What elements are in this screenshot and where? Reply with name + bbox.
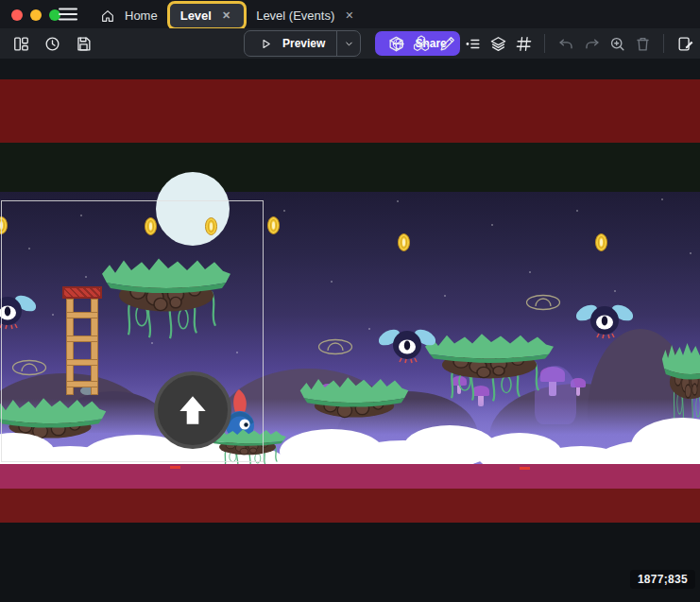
platform-sprite[interactable] [661,335,700,429]
platform-sprite[interactable] [423,327,555,403]
tab-level-events-label: Level (Events) [256,9,334,23]
scene-red-band-bottom[interactable] [0,489,700,523]
star [397,200,399,202]
events-edit-icon[interactable] [675,34,694,53]
redo-icon[interactable] [582,34,601,53]
toolbar-divider [544,34,545,53]
editor-toolbar: Preview Share [0,28,700,59]
up-arrow-icon [173,390,213,430]
ellipse-decor-sprite[interactable] [525,294,561,313]
home-icon [98,7,117,26]
star [491,224,493,226]
close-tab-icon[interactable]: ✕ [342,9,356,23]
objects-cube-icon[interactable] [386,34,405,53]
layers-icon[interactable] [488,34,507,53]
star [661,198,663,200]
star [690,252,691,254]
panels-icon[interactable] [11,34,30,53]
toolbar-left-group [11,28,93,59]
star [283,210,285,212]
minimize-window-button[interactable] [30,9,42,21]
star [368,328,370,330]
preview-dropdown-button[interactable] [336,31,360,56]
star [444,295,446,297]
origin-tick [170,466,180,469]
tab-bar: Home Level ✕ Level (Events) ✕ [0,0,700,28]
window-controls [11,9,60,21]
ellipse-decor-sprite[interactable] [317,338,353,357]
star [529,271,531,273]
touch-up-button-sprite[interactable] [154,371,231,449]
toolbar-divider [663,34,664,53]
grid-icon[interactable] [514,34,533,53]
tab-level[interactable]: Level ✕ [169,3,245,28]
tab-level-label: Level [180,9,212,23]
tab-home[interactable]: Home [87,3,169,28]
toolbar-right-group [386,28,694,59]
instances-list-icon[interactable] [463,34,482,53]
chevron-down-icon [339,34,358,53]
play-icon [256,34,275,53]
coin-sprite[interactable] [267,216,280,234]
close-window-button[interactable] [11,9,23,21]
menu-icon[interactable] [59,7,77,22]
edit-pencil-icon[interactable] [437,34,456,53]
cursor-coordinates-badge: 1877;835 [630,570,695,589]
preview-button[interactable]: Preview [244,30,361,57]
coin-sprite[interactable] [595,233,607,251]
scene-editor-canvas[interactable]: 1877;835 [0,59,700,602]
zoom-in-icon[interactable] [607,34,626,53]
star [614,290,616,292]
tab-level-events[interactable]: Level (Events) ✕ [245,3,367,28]
star [331,281,333,283]
star [576,210,578,212]
scene-pink-ground-band[interactable] [0,464,700,489]
tab-strip: Home Level ✕ Level (Events) ✕ [87,0,367,28]
origin-tick [520,467,530,470]
trash-icon[interactable] [633,34,652,53]
close-tab-icon[interactable]: ✕ [219,9,233,23]
coin-sprite[interactable] [398,233,410,251]
enemy-fly-sprite[interactable] [379,323,435,367]
enemy-fly-sprite[interactable] [576,299,633,342]
history-icon[interactable] [43,34,61,53]
gdevelop-window: Home Level ✕ Level (Events) ✕ [0,0,700,602]
undo-icon[interactable] [556,34,575,53]
tab-home-label: Home [125,9,158,23]
object-groups-icon[interactable] [412,34,431,53]
platform-sprite[interactable] [299,370,410,420]
preview-label: Preview [282,37,325,50]
save-icon[interactable] [74,34,93,53]
